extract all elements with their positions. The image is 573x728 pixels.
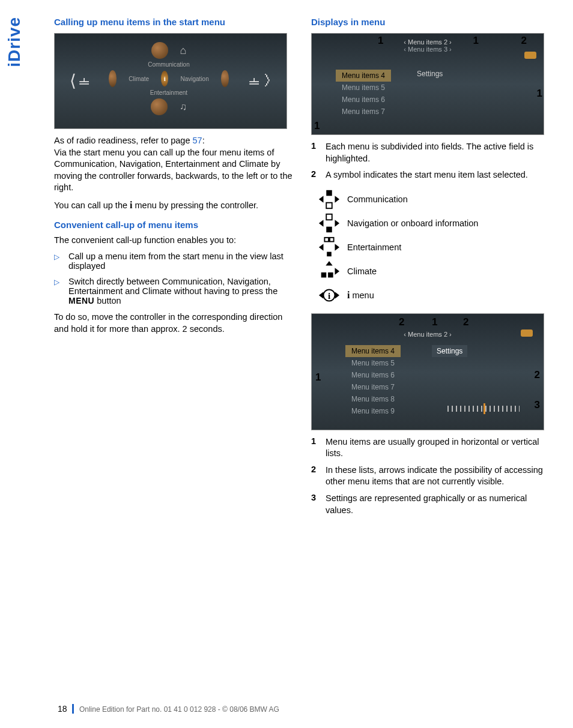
bullet-item: ▷ Switch directly between Communication,… bbox=[54, 277, 294, 305]
legend-label: Entertainment bbox=[347, 242, 401, 252]
page-footer: 18 Online Edition for Part no. 01 41 0 0… bbox=[58, 704, 279, 714]
paragraph-call-up-i-menu: You can call up the i menu by pressing t… bbox=[54, 199, 294, 212]
triangle-bullet-icon: ▷ bbox=[54, 277, 68, 305]
settings-gauge bbox=[447, 406, 520, 412]
callout-3: 3 bbox=[535, 399, 540, 411]
numbered-item: 2In these lists, arrows indicate the pos… bbox=[311, 465, 551, 488]
callout-1: 1 bbox=[315, 372, 321, 384]
menu-item: Menu items 5 bbox=[345, 357, 401, 369]
i-menu-direction-icon: i bbox=[311, 284, 347, 307]
svg-marker-4 bbox=[319, 220, 324, 226]
section-tab: iDrive bbox=[5, 17, 24, 67]
svg-marker-1 bbox=[335, 196, 340, 202]
menu-heading: ‹ Menu items 2 › bbox=[312, 331, 544, 338]
page-link-57[interactable]: 57 bbox=[193, 136, 202, 145]
numbered-item: 1Each menu is subdivided into fields. Th… bbox=[311, 141, 551, 164]
label-communication: Communication bbox=[109, 61, 229, 68]
home-icon: ⌂ bbox=[180, 44, 187, 57]
callout-1: 1 bbox=[314, 120, 320, 132]
orb-icon bbox=[221, 70, 229, 87]
svg-marker-13 bbox=[326, 261, 332, 266]
arrow-right-icon: ⫨⟩ bbox=[246, 71, 271, 91]
note-icon: ♫ bbox=[180, 101, 187, 112]
paragraph-radio-readiness: As of radio readiness, refer to page 57:… bbox=[54, 135, 294, 194]
figure-start-menu: ⟨⫨ ⫨⟩ ⌂ Communication Climate i Navigati… bbox=[54, 33, 287, 129]
icon-legend: Communication Navigation or onboard info… bbox=[311, 187, 551, 307]
svg-rect-2 bbox=[326, 190, 332, 196]
left-column: Calling up menu items in the start menu … bbox=[54, 17, 294, 522]
svg-marker-5 bbox=[335, 220, 340, 226]
menu-item: Menu items 7 bbox=[336, 106, 391, 118]
triangle-bullet-icon: ▷ bbox=[54, 251, 68, 271]
svg-marker-14 bbox=[335, 268, 340, 274]
svg-marker-8 bbox=[319, 244, 324, 250]
orb-icon bbox=[151, 42, 168, 59]
i-icon: i bbox=[161, 71, 168, 86]
svg-marker-0 bbox=[319, 196, 324, 202]
callout-2: 2 bbox=[535, 369, 540, 381]
label-entertainment: Entertainment bbox=[109, 89, 229, 96]
settings-label: Settings bbox=[432, 345, 467, 357]
label-navigation: Navigation bbox=[180, 76, 208, 82]
svg-rect-7 bbox=[326, 226, 332, 232]
menu-item: Menu items 5 bbox=[336, 82, 391, 94]
legend-label: Communication bbox=[347, 194, 408, 204]
right-column: Displays in menu 1 1 2 1 1 ‹ Menu items … bbox=[311, 17, 551, 522]
svg-rect-15 bbox=[321, 272, 327, 278]
bullet-item: ▷ Call up a menu item from the start men… bbox=[54, 251, 294, 271]
svg-rect-6 bbox=[326, 214, 332, 220]
menu-button-label: MENU bbox=[68, 296, 94, 305]
svg-marker-18 bbox=[335, 292, 340, 298]
climate-direction-icon bbox=[311, 260, 347, 283]
menu-item: Menu items 8 bbox=[345, 393, 401, 405]
svg-rect-3 bbox=[326, 202, 332, 208]
svg-rect-10 bbox=[324, 238, 329, 242]
legend-label: Navigation or onboard information bbox=[347, 218, 478, 228]
menu-heading: ‹ Menu items 2 › bbox=[312, 38, 544, 46]
svg-rect-11 bbox=[330, 238, 334, 242]
figure-menu-fields: 1 1 2 1 1 ‹ Menu items 2 › ‹ Menu items … bbox=[311, 33, 544, 135]
callout-1: 1 bbox=[432, 316, 437, 328]
heading-calling-up: Calling up menu items in the start menu bbox=[54, 17, 294, 27]
arrow-left-icon: ⟨⫨ bbox=[70, 71, 93, 91]
numbered-item: 2A symbol indicates the start menu item … bbox=[311, 169, 551, 181]
paragraph-todo: To do so, move the controller in the cor… bbox=[54, 311, 294, 335]
callout-1: 1 bbox=[537, 88, 542, 100]
communication-direction-icon bbox=[311, 188, 347, 211]
svg-marker-17 bbox=[319, 292, 324, 298]
legend-label: Climate bbox=[347, 266, 377, 276]
menu-item: Menu items 7 bbox=[345, 381, 401, 393]
svg-rect-16 bbox=[328, 272, 333, 278]
svg-rect-12 bbox=[327, 251, 332, 256]
menu-heading: ‹ Menu items 3 › bbox=[312, 46, 544, 53]
figure-menu-lists: 2 1 2 1 2 3 ‹ Menu items 2 › Menu items … bbox=[311, 313, 544, 430]
svg-text:i: i bbox=[328, 290, 330, 300]
menu-item: Menu items 6 bbox=[336, 94, 391, 106]
menu-item-active: Menu items 4 bbox=[345, 345, 401, 357]
label-climate: Climate bbox=[129, 76, 149, 82]
menu-item: Menu items 9 bbox=[345, 405, 401, 417]
page-number: 18 bbox=[58, 704, 74, 714]
footer-text: Online Edition for Part no. 01 41 0 012 … bbox=[79, 705, 279, 714]
callout-2: 2 bbox=[399, 316, 404, 328]
navigation-direction-icon bbox=[311, 212, 347, 235]
svg-marker-9 bbox=[335, 244, 340, 250]
legend-label: i menu bbox=[347, 290, 374, 301]
numbered-item: 3Settings are represented graphically or… bbox=[311, 493, 551, 516]
callout-2: 2 bbox=[463, 316, 468, 328]
paragraph-convenient-intro: The convenient call-up function enables … bbox=[54, 235, 294, 247]
orb-icon bbox=[151, 98, 168, 115]
settings-label: Settings bbox=[417, 70, 443, 78]
heading-convenient: Convenient call-up of menu items bbox=[54, 220, 294, 230]
numbered-item: 1Menu items are usually grouped in horiz… bbox=[311, 436, 551, 460]
menu-item: Menu items 6 bbox=[345, 369, 401, 381]
orb-icon bbox=[109, 70, 117, 87]
menu-item-active: Menu items 4 bbox=[336, 70, 391, 82]
heading-displays: Displays in menu bbox=[311, 17, 551, 27]
entertainment-direction-icon bbox=[311, 236, 347, 259]
